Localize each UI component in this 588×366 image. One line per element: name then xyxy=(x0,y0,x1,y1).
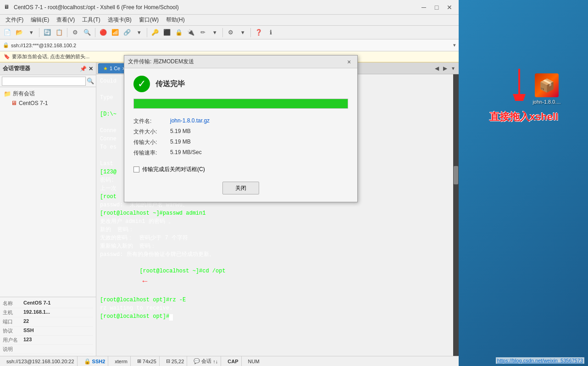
toolbar-open-btn[interactable]: 📂 xyxy=(14,27,25,38)
tab-more-button[interactable]: ▾ xyxy=(449,64,457,72)
dialog-info-transferred-row: 传输大小: 5.19 MB xyxy=(133,137,348,148)
menu-edit[interactable]: 编辑(E) xyxy=(27,15,53,25)
toolbar-connect-btn[interactable]: 🔴 xyxy=(98,27,109,38)
term-line-18: 更改用户 admin1 的密码 。 xyxy=(100,217,449,226)
toolbar-copy-btn[interactable]: 📋 xyxy=(54,27,65,38)
toolbar-dropdown2-btn[interactable]: ▾ xyxy=(133,27,144,38)
address-dropdown-icon[interactable]: ▾ xyxy=(453,42,456,48)
prop-row-username: 用户名 123 xyxy=(3,336,93,345)
file-transfer-dialog[interactable]: 文件传输: 用ZMODEM发送 × ✓ 传送完毕 文件名: john-1.8.0… xyxy=(124,55,358,202)
tree-item-centos[interactable]: 🖥 CentOS 7-1 xyxy=(2,99,94,107)
tree-item-all-sessions[interactable]: 📁 所有会话 xyxy=(2,89,94,99)
prop-label-comment: 说明 xyxy=(3,346,23,353)
dialog-transferred-label: 传输大小: xyxy=(133,139,170,146)
toolbar-search-btn[interactable]: 🔍 xyxy=(82,27,93,38)
menu-help[interactable]: 帮助(H) xyxy=(162,15,189,25)
toolbar-expand-btn[interactable]: ⬛ xyxy=(161,27,172,38)
sidebar-pin-icon[interactable]: 📌 xyxy=(80,66,87,72)
toolbar-refresh-btn[interactable]: 🔄 xyxy=(42,27,53,38)
notification-text: 要添加当前会话, 点击左侧的箭头... xyxy=(12,53,89,60)
status-position-text: 25,22 xyxy=(172,359,184,364)
toolbar-new-btn[interactable]: 📄 xyxy=(2,27,13,38)
tab-prev-button[interactable]: ◀ xyxy=(433,64,440,72)
term-line-19: 新的 密码： xyxy=(100,226,449,234)
status-num-segment: NUM xyxy=(245,356,262,366)
dialog-checkbox-label: 传输完成后关闭对话框(C) xyxy=(142,166,205,173)
menu-view[interactable]: 查看(V) xyxy=(53,15,78,25)
toolbar-dropdown4-btn[interactable]: ▾ xyxy=(237,27,248,38)
maximize-button[interactable]: □ xyxy=(431,2,442,12)
status-session-text: ssh://123@192.168.100.20:22 xyxy=(6,359,74,364)
address-text: ssh://123:***@192.168.100.2 xyxy=(11,43,451,48)
status-bar: ssh://123@192.168.100.20:22 🔒 SSH2 xterm… xyxy=(0,356,459,366)
toolbar-sep-6 xyxy=(250,28,251,37)
all-sessions-label: 所有会话 xyxy=(13,90,35,98)
sidebar-header-icons: 📌 ✕ xyxy=(80,66,93,72)
toolbar: 📄 📂 ▾ 🔄 📋 ⚙ 🔍 🔴 📶 🔗 ▾ 🔑 ⬛ 🔒 🔌 ✏ ▾ ⚙ ▾ ❓ … xyxy=(0,26,459,39)
desktop-icon[interactable]: 📦 john-1.8.0.... xyxy=(528,73,565,105)
menu-tools[interactable]: 工具(T) xyxy=(78,15,104,25)
term-line-25: rz waiting to receive. xyxy=(100,304,449,312)
address-bar: 🔒 ssh://123:***@192.168.100.2 ▾ xyxy=(0,39,459,51)
menu-file[interactable]: 文件(F) xyxy=(2,15,27,25)
minimize-button[interactable]: ─ xyxy=(418,2,429,12)
toolbar-plug-btn[interactable]: 🔌 xyxy=(185,27,196,38)
prop-row-comment: 说明 xyxy=(3,345,93,354)
status-size-segment: ⊞ 74x25 xyxy=(134,356,160,366)
dialog-close-x-button[interactable]: × xyxy=(344,57,354,67)
status-cap-segment: CAP xyxy=(225,356,241,366)
prop-label-host: 主机 xyxy=(3,309,23,316)
toolbar-pencil-btn[interactable]: ✏ xyxy=(197,27,208,38)
menu-tabs[interactable]: 选项卡(B) xyxy=(104,15,135,25)
toolbar-info-btn[interactable]: ℹ xyxy=(265,27,276,38)
prop-value-protocol: SSH xyxy=(23,327,34,334)
dialog-close-button[interactable]: 关闭 xyxy=(222,182,259,194)
dialog-info-table: 文件名: john-1.8.0.tar.gz 文件大小: 5.19 MB 传输大… xyxy=(133,116,348,158)
status-session: ssh://123@192.168.100.20:22 xyxy=(4,356,78,366)
dialog-footer: 关闭 xyxy=(133,180,348,194)
dialog-checkbox[interactable] xyxy=(133,166,139,172)
prop-row-host: 主机 192.168.1... xyxy=(3,308,93,317)
dialog-status-text: 传送完毕 xyxy=(155,79,185,89)
status-size-text: 74x25 xyxy=(143,359,156,364)
toolbar-dropdown3-btn[interactable]: ▾ xyxy=(209,27,220,38)
tab-star-icon: ★ xyxy=(103,66,108,72)
toolbar-key-btn[interactable]: 🔑 xyxy=(150,27,161,38)
dialog-speed-label: 传输速率: xyxy=(133,149,170,157)
term-line-17: [root@localhost ~]#passwd admin1 xyxy=(100,209,449,217)
sidebar-close-icon[interactable]: ✕ xyxy=(89,66,93,72)
status-size-icon: ⊞ xyxy=(137,358,141,364)
sidebar: 会话管理器 📌 ✕ 🔍 📁 所有会话 🖥 CentOS 7-1 xyxy=(0,62,96,356)
toolbar-lock-btn[interactable]: 🔒 xyxy=(173,27,184,38)
toolbar-misc1-btn[interactable]: 🔗 xyxy=(122,27,133,38)
search-icon[interactable]: 🔍 xyxy=(87,78,94,84)
term-line-20: 无效的密码： 密码少于 7 个字符 xyxy=(100,234,449,242)
toolbar-sep-2 xyxy=(67,28,67,37)
toolbar-transfer-btn[interactable]: 📶 xyxy=(110,27,121,38)
close-button[interactable]: ✕ xyxy=(444,2,455,12)
dialog-speed-value: 5.19 MB/Sec xyxy=(170,149,202,157)
title-bar: 🖥 CentOS 7-1 - root@localhost:/opt - Xsh… xyxy=(0,0,459,15)
desktop-right: 📦 john-1.8.0.... 直接拖入xshell https://blog… xyxy=(459,0,588,366)
sidebar-title: 会话管理器 xyxy=(3,65,30,72)
term-line-26: [root@localhost opt]# xyxy=(100,312,449,321)
scrollbar-thumb[interactable] xyxy=(454,166,458,184)
prop-label-port: 端口 xyxy=(3,318,23,325)
toolbar-sep-5 xyxy=(222,28,223,37)
toolbar-settings-btn[interactable]: ⚙ xyxy=(70,27,81,38)
dialog-status-row: ✓ 传送完毕 xyxy=(133,76,348,92)
status-position-icon: ⊟ xyxy=(166,358,170,364)
status-arrows-text: ↑↓ xyxy=(213,359,218,364)
terminal-scrollbar[interactable] xyxy=(453,74,459,356)
term-line-21: 重新输入新的 密码： xyxy=(100,242,449,250)
status-term-segment: xterm xyxy=(112,356,131,366)
tab-next-button[interactable]: ▶ xyxy=(441,64,449,72)
dialog-info-filename-row: 文件名: john-1.8.0.tar.gz xyxy=(133,116,348,127)
sidebar-search-input[interactable] xyxy=(2,77,86,86)
toolbar-dropdown-btn[interactable]: ▾ xyxy=(26,27,37,38)
toolbar-help-btn[interactable]: ❓ xyxy=(253,27,264,38)
menu-window[interactable]: 窗口(W) xyxy=(135,15,162,25)
toolbar-gear-btn[interactable]: ⚙ xyxy=(225,27,236,38)
properties-panel: 名称 CentOS 7-1 主机 192.168.1... 端口 22 协议 S… xyxy=(0,297,96,356)
blog-url[interactable]: https://blog.csdn.net/weixin_53567573 xyxy=(496,357,584,364)
